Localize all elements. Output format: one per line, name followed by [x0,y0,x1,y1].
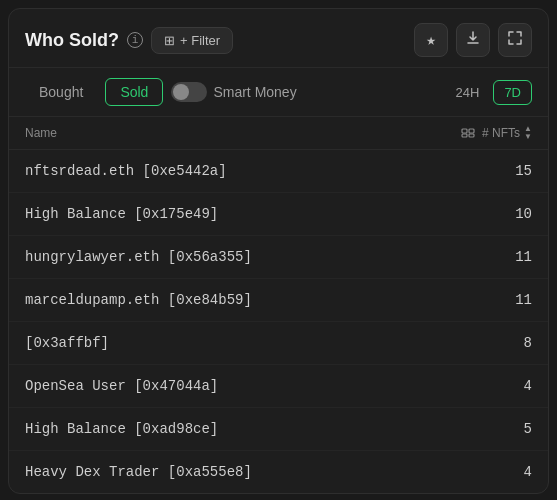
toggle-knob [173,84,189,100]
who-sold-card: Who Sold? i ⊞ + Filter ★ [8,8,549,494]
row-name: [0x3affbf] [25,335,109,351]
smart-money-toggle[interactable] [171,82,207,102]
time-filter-group: 24H 7D [446,80,532,105]
smart-money-toggle-container: Smart Money [171,82,296,102]
page-title: Who Sold? [25,30,119,51]
row-name: hungrylawyer.eth [0x56a355] [25,249,252,265]
col-nfts-header[interactable]: # NFTs ▲ ▼ [461,125,532,141]
row-count: 11 [515,249,532,265]
info-icon[interactable]: i [127,32,143,48]
table-row[interactable]: nftsrdead.eth [0xe5442a] 15 [9,150,548,193]
filter-button[interactable]: ⊞ + Filter [151,27,233,54]
table-header: Name # NFTs ▲ ▼ [9,117,548,150]
expand-button[interactable] [498,23,532,57]
row-name: Heavy Dex Trader [0xa555e8] [25,464,252,480]
row-name: nftsrdead.eth [0xe5442a] [25,163,227,179]
smart-money-label: Smart Money [213,84,296,100]
star-icon: ★ [426,30,436,50]
expand-icon [507,30,523,51]
svg-rect-1 [469,129,474,133]
row-name: High Balance [0xad98ce] [25,421,218,437]
controls-bar: Bought Sold Smart Money 24H 7D [9,68,548,117]
row-name: marceldupamp.eth [0xe84b59] [25,292,252,308]
row-count: 5 [524,421,532,437]
svg-rect-0 [462,129,467,133]
download-icon [465,30,481,51]
row-name: OpenSea User [0x47044a] [25,378,218,394]
col-name-header: Name [25,126,461,140]
svg-rect-3 [469,134,474,137]
tab-sold[interactable]: Sold [105,78,163,106]
table-row[interactable]: marceldupamp.eth [0xe84b59] 11 [9,279,548,322]
filter-icon: ⊞ [164,33,175,48]
header-right: ★ [414,23,532,57]
row-count: 4 [524,464,532,480]
table-row[interactable]: High Balance [0x175e49] 10 [9,193,548,236]
time-7d-button[interactable]: 7D [493,80,532,105]
table-row[interactable]: Heavy Dex Trader [0xa555e8] 4 [9,451,548,493]
sort-arrows[interactable]: ▲ ▼ [524,125,532,141]
row-name: High Balance [0x175e49] [25,206,218,222]
row-count: 15 [515,163,532,179]
header-left: Who Sold? i ⊞ + Filter [25,27,233,54]
row-count: 4 [524,378,532,394]
card-header: Who Sold? i ⊞ + Filter ★ [9,9,548,68]
table-row[interactable]: High Balance [0xad98ce] 5 [9,408,548,451]
tab-bought[interactable]: Bought [25,79,97,105]
download-button[interactable] [456,23,490,57]
table-row[interactable]: [0x3affbf] 8 [9,322,548,365]
row-count: 8 [524,335,532,351]
row-count: 10 [515,206,532,222]
table-row[interactable]: OpenSea User [0x47044a] 4 [9,365,548,408]
time-24h-button[interactable]: 24H [446,81,490,104]
row-count: 11 [515,292,532,308]
star-button[interactable]: ★ [414,23,448,57]
table-row[interactable]: hungrylawyer.eth [0x56a355] 11 [9,236,548,279]
svg-rect-2 [462,134,467,137]
table-body: nftsrdead.eth [0xe5442a] 15 High Balance… [9,150,548,493]
